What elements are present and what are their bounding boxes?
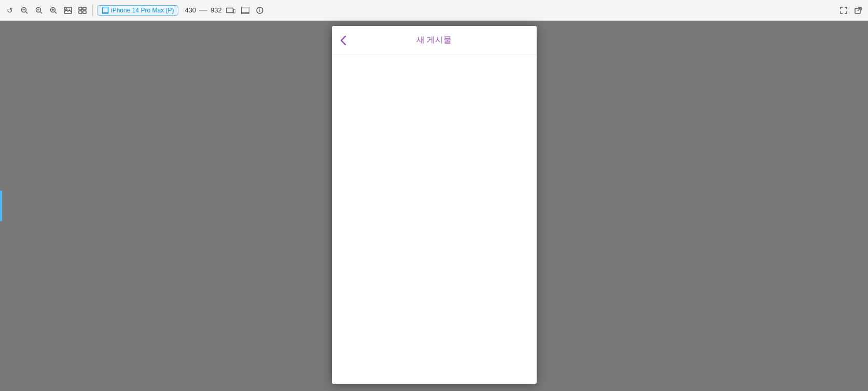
- toolbar: ↺: [0, 0, 868, 21]
- image-view-icon[interactable]: [62, 5, 74, 16]
- phone-content: [332, 55, 537, 384]
- responsive-icon[interactable]: [225, 5, 236, 16]
- canvas-area: 새 게시물: [0, 21, 868, 391]
- scroll-indicator: [0, 190, 2, 221]
- dimension-display: 430 — 932: [185, 6, 221, 15]
- svg-point-19: [105, 13, 106, 13]
- info-icon[interactable]: [254, 5, 265, 16]
- toolbar-right: [838, 5, 864, 16]
- svg-line-2: [26, 12, 27, 13]
- grid-view-icon[interactable]: [77, 5, 88, 16]
- phone-title: 새 게시물: [416, 35, 452, 46]
- svg-rect-15: [83, 11, 86, 13]
- phone-frame: 새 게시물: [332, 26, 537, 384]
- fullscreen-icon[interactable]: [838, 5, 849, 16]
- width-value: 430: [185, 6, 196, 14]
- svg-rect-12: [79, 7, 82, 10]
- device-selector[interactable]: iPhone 14 Pro Max (P): [97, 5, 178, 16]
- device-label: iPhone 14 Pro Max (P): [111, 7, 174, 14]
- svg-rect-14: [79, 11, 82, 13]
- zoom-out-icon[interactable]: [19, 5, 30, 16]
- height-value: 932: [211, 6, 222, 14]
- phone-navbar: 새 게시물: [332, 26, 537, 55]
- back-button[interactable]: [340, 35, 346, 46]
- tablet-icon[interactable]: [240, 5, 251, 16]
- zoom-in-icon[interactable]: [48, 5, 59, 16]
- divider-1: [92, 5, 93, 16]
- svg-rect-13: [83, 7, 86, 10]
- svg-rect-21: [233, 9, 235, 13]
- svg-rect-20: [226, 8, 233, 12]
- refresh-icon[interactable]: ↺: [4, 5, 16, 16]
- phone-screen: 새 게시물: [332, 26, 537, 384]
- svg-line-5: [40, 12, 42, 13]
- open-external-icon[interactable]: [852, 5, 864, 16]
- svg-point-27: [259, 8, 260, 9]
- svg-line-9: [55, 12, 57, 13]
- dimension-separator: —: [199, 6, 207, 15]
- zoom-out2-icon[interactable]: [33, 5, 45, 16]
- svg-line-29: [858, 7, 861, 11]
